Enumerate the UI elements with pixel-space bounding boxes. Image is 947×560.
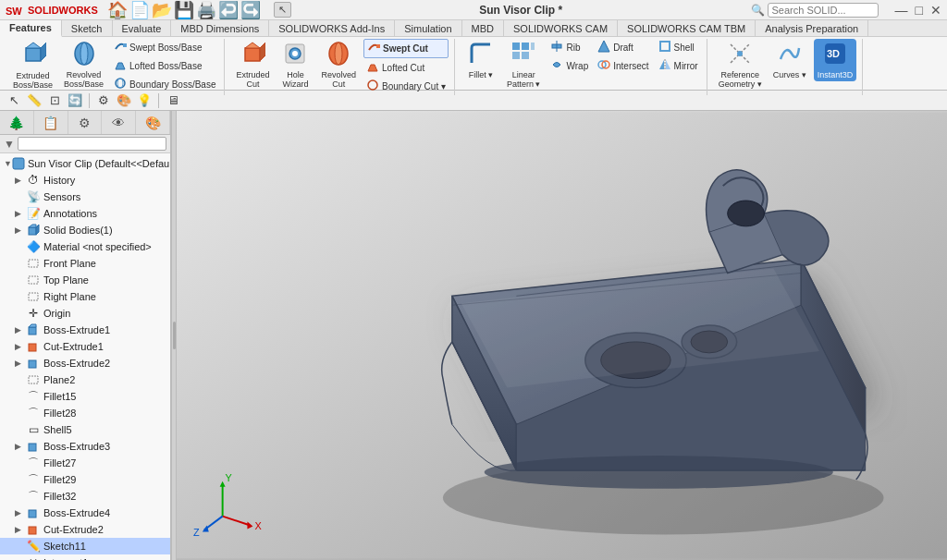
revolved-boss-base-button[interactable]: RevolvedBoss/Base — [60, 39, 107, 91]
tree-item-cut-extrude1[interactable]: ▶ Cut-Extrude1 — [0, 338, 170, 355]
display-type-btn[interactable]: 🖥 — [165, 92, 181, 109]
mirror-button[interactable]: Mirror — [656, 57, 701, 75]
lofted-cut-button[interactable]: Lofted Cut — [363, 59, 449, 77]
zoom-fit-btn[interactable]: ⊡ — [46, 92, 63, 109]
sidebar-tab-display[interactable]: 👁 — [102, 111, 136, 134]
swept-boss-base-button[interactable]: Swept Boss/Base — [111, 39, 218, 56]
tree-label-boss-extrude1: Boss-Extrude1 — [43, 324, 110, 335]
tree-label-sensors: Sensors — [43, 191, 80, 202]
undo-icon[interactable]: ↩️ — [218, 0, 239, 20]
select-tool-btn[interactable]: ↖ — [6, 92, 22, 109]
tree-item-boss-extrude3[interactable]: ▶ Boss-Extrude3 — [0, 438, 170, 455]
rotate-view-btn[interactable]: 🔄 — [67, 92, 83, 109]
reference-geometry-button[interactable]: ReferenceGeometry ▾ — [715, 39, 766, 91]
tree-item-shell5[interactable]: ▶ ▭ Shell5 — [0, 421, 170, 438]
sidebar-tab-appearance[interactable]: 🎨 — [136, 111, 170, 134]
view-settings-btn[interactable]: ⚙ — [95, 92, 112, 109]
revolved-cut-button[interactable]: RevolvedCut — [317, 39, 360, 91]
tree-item-plane2[interactable]: ▶ Plane2 — [0, 371, 170, 388]
linear-pattern-button[interactable]: LinearPattern ▾ — [503, 39, 545, 91]
viewport[interactable]: 🔍 ✋ 🔄 ⊡ ⬡ 💡 👁 🎨 🌐 — [177, 111, 947, 560]
print-icon[interactable]: 🖨️ — [196, 0, 216, 20]
tab-simulation[interactable]: Simulation — [395, 20, 461, 36]
maximize-button[interactable]: □ — [916, 3, 923, 18]
rib-button[interactable]: Rib — [547, 39, 591, 56]
tab-mbd-dimensions[interactable]: MBD Dimensions — [171, 20, 269, 36]
filter-icon: ▼ — [4, 138, 15, 151]
top-menu-bar: SW SOLIDWORKS 🏠 📄 📂 💾 🖨️ ↩️ ↪️ ↖ Sun Vis… — [0, 0, 947, 20]
boundary-cut-button[interactable]: Boundary Cut ▾ — [363, 78, 449, 95]
filter-input[interactable] — [18, 137, 166, 151]
tree-item-top-plane[interactable]: ▶ Top Plane — [0, 272, 170, 288]
tab-features[interactable]: Features — [0, 20, 62, 37]
extruded-boss-base-button[interactable]: ExtrudedBoss/Base — [9, 39, 56, 91]
reference-geometry-label: ReferenceGeometry ▾ — [719, 70, 762, 89]
redo-icon[interactable]: ↪️ — [240, 0, 261, 20]
tree-label-front-plane: Front Plane — [43, 258, 96, 269]
tree-item-boss-extrude2[interactable]: ▶ Boss-Extrude2 — [0, 355, 170, 371]
wrap-icon — [550, 58, 563, 74]
new-icon[interactable]: 📄 — [129, 0, 150, 20]
shell-button[interactable]: Shell — [656, 39, 701, 56]
tree-item-fillet27[interactable]: ▶ ⌒ Fillet27 — [0, 455, 170, 471]
tree-item-solid-bodies[interactable]: ▶ Solid Bodies(1) — [0, 222, 170, 238]
app-logo: SW SOLIDWORKS — [6, 2, 98, 18]
appearance-btn[interactable]: 🎨 — [116, 92, 132, 109]
tree-item-intersect1[interactable]: ▶ ✕ Intersect1 — [0, 554, 170, 560]
tree-icon-top-plane — [26, 273, 41, 287]
tab-mbd[interactable]: MBD — [462, 20, 504, 36]
tree-item-annotations[interactable]: ▶ 📝 Annotations — [0, 205, 170, 222]
close-button[interactable]: ✕ — [930, 3, 941, 18]
tree-item-sensors[interactable]: ▶ 📡 Sensors — [0, 189, 170, 205]
selection-tool[interactable]: ↖ — [274, 2, 291, 18]
wrap-button[interactable]: Wrap — [547, 57, 591, 75]
tree-item-front-plane[interactable]: ▶ Front Plane — [0, 255, 170, 272]
tree-item-sketch11[interactable]: ▶ ✏️ Sketch11 — [0, 538, 170, 554]
tree-item-cut-extrude2[interactable]: ▶ Cut-Extrude2 — [0, 521, 170, 538]
search-input[interactable] — [768, 3, 879, 18]
boundary-boss-base-button[interactable]: Boundary Boss/Base — [111, 76, 218, 93]
tree-label-solid-bodies: Solid Bodies(1) — [43, 225, 113, 236]
save-icon[interactable]: 💾 — [174, 0, 194, 20]
tree-label-shell5: Shell5 — [43, 424, 72, 435]
lofted-boss-base-button[interactable]: Lofted Boss/Base — [111, 57, 218, 75]
intersect-button[interactable]: Intersect — [595, 57, 651, 75]
tab-solidworks-cam-tbm[interactable]: SOLIDWORKS CAM TBM — [618, 20, 756, 36]
tab-evaluate[interactable]: Evaluate — [113, 20, 172, 36]
home-icon[interactable]: 🏠 — [107, 0, 128, 20]
tree-item-boss-extrude1[interactable]: ▶ Boss-Extrude1 — [0, 322, 170, 338]
extruded-cut-button[interactable]: ExtrudedCut — [232, 39, 273, 91]
tree-item-origin[interactable]: ▶ ✛ Origin — [0, 305, 170, 322]
fillet-button[interactable]: Fillet ▾ — [462, 39, 499, 81]
tree-item-fillet28[interactable]: ▶ ⌒ Fillet28 — [0, 405, 170, 421]
tree-item-fillet32[interactable]: ▶ ⌒ Fillet32 — [0, 488, 170, 505]
swept-cut-button[interactable]: Swept Cut — [363, 39, 449, 58]
tree-item-right-plane[interactable]: ▶ Right Plane — [0, 288, 170, 305]
sidebar-tab-properties[interactable]: 📋 — [34, 111, 68, 134]
open-icon[interactable]: 📂 — [152, 0, 172, 20]
tab-analysis-preparation[interactable]: Analysis Preparation — [756, 20, 868, 36]
boundary-cut-label: Boundary Cut ▾ — [382, 81, 446, 91]
tree-item-fillet29[interactable]: ▶ ⌒ Fillet29 — [0, 471, 170, 488]
smart-dimension-btn[interactable]: 📏 — [26, 92, 43, 109]
tree-item-fillet15[interactable]: ▶ ⌒ Fillet15 — [0, 388, 170, 405]
tab-sketch[interactable]: Sketch — [62, 20, 113, 36]
tab-solidworks-cam[interactable]: SOLIDWORKS CAM — [504, 20, 618, 36]
hole-wizard-button[interactable]: HoleWizard — [277, 39, 314, 91]
tab-solidworks-addins[interactable]: SOLIDWORKS Add-Ins — [269, 20, 395, 36]
minimize-button[interactable]: — — [895, 3, 908, 18]
draft-button[interactable]: Draft — [595, 39, 651, 56]
sidebar-tab-config[interactable]: ⚙ — [68, 111, 103, 134]
tree-item-boss-extrude4[interactable]: ▶ Boss-Extrude4 — [0, 505, 170, 521]
svg-rect-23 — [531, 43, 535, 50]
3d-model-view[interactable]: Y X Z — [177, 111, 947, 560]
sidebar-tab-feature-tree[interactable]: 🌲 — [0, 111, 34, 134]
tree-icon-front-plane — [26, 256, 41, 271]
instant3d-button[interactable]: 3D Instant3D — [814, 39, 857, 81]
feature-tree: ▼ Sun Visor Clip (Default<<Default> ▶ ⏱ … — [0, 153, 170, 560]
tree-item-root[interactable]: ▼ Sun Visor Clip (Default<<Default> — [0, 155, 170, 172]
curves-button[interactable]: Curves ▾ — [769, 39, 810, 81]
render-btn[interactable]: 💡 — [136, 92, 153, 109]
tree-item-history[interactable]: ▶ ⏱ History — [0, 172, 170, 189]
tree-item-material[interactable]: ▶ 🔷 Material <not specified> — [0, 238, 170, 255]
